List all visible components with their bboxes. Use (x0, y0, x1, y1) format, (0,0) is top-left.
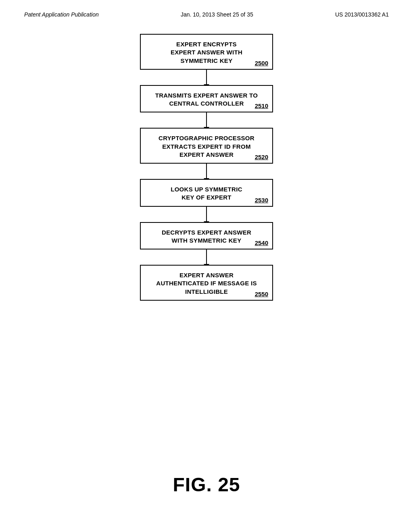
step-2530-number: 2530 (255, 197, 268, 204)
step-2520-text: CRYPTOGRAPHIC PROCESSOREXTRACTS EXPERT I… (147, 134, 266, 159)
arrow-3 (206, 164, 207, 179)
arrow-2 (206, 112, 207, 128)
step-2550-text: EXPERT ANSWERAUTHENTICATED IF MESSAGE IS… (147, 271, 266, 296)
header-date-sheet: Jan. 10, 2013 Sheet 25 of 35 (181, 11, 253, 18)
flowchart: EXPERT ENCRYPTSEXPERT ANSWER WITHSYMMETR… (0, 34, 413, 301)
flowchart-step-2540: DECRYPTS EXPERT ANSWERWITH SYMMETRIC KEY… (140, 222, 273, 250)
step-2550-number: 2550 (255, 291, 268, 297)
page-header: Patent Application Publication Jan. 10, … (0, 0, 413, 18)
step-2520-number: 2520 (255, 154, 268, 160)
step-2510-number: 2510 (255, 102, 268, 109)
step-2500-number: 2500 (255, 60, 268, 66)
flowchart-step-2510: TRANSMITS EXPERT ANSWER TOCENTRAL CONTRO… (140, 85, 273, 113)
step-2510-text: TRANSMITS EXPERT ANSWER TOCENTRAL CONTRO… (147, 91, 266, 108)
figure-label: FIG. 25 (173, 474, 240, 496)
arrow-4 (206, 207, 207, 222)
step-2540-text: DECRYPTS EXPERT ANSWERWITH SYMMETRIC KEY (147, 229, 266, 245)
arrow-5 (206, 249, 207, 265)
step-2530-text: LOOKS UP SYMMETRICKEY OF EXPERT (147, 185, 266, 202)
header-publication-label: Patent Application Publication (24, 11, 99, 18)
flowchart-step-2520: CRYPTOGRAPHIC PROCESSOREXTRACTS EXPERT I… (140, 128, 273, 164)
header-patent-number: US 2013/0013362 A1 (335, 11, 389, 18)
arrow-1 (206, 70, 207, 85)
flowchart-step-2530: LOOKS UP SYMMETRICKEY OF EXPERT 2530 (140, 179, 273, 207)
flowchart-step-2550: EXPERT ANSWERAUTHENTICATED IF MESSAGE IS… (140, 265, 273, 301)
step-2500-text: EXPERT ENCRYPTSEXPERT ANSWER WITHSYMMETR… (147, 40, 266, 65)
step-2540-number: 2540 (255, 239, 268, 246)
flowchart-step-2500: EXPERT ENCRYPTSEXPERT ANSWER WITHSYMMETR… (140, 34, 273, 70)
